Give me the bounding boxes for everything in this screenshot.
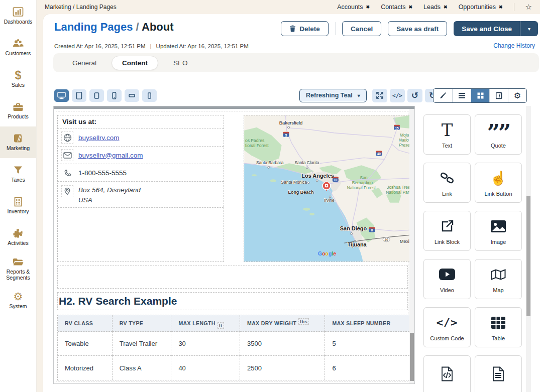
contact-phone-row[interactable]: 1-800-555-5555	[58, 164, 224, 182]
save-as-draft-button[interactable]: Save as draft	[388, 21, 447, 36]
table-cell[interactable]: Class A	[113, 356, 172, 380]
h2-heading-block[interactable]: H2. RV Search Example	[57, 292, 408, 310]
block-link-button[interactable]: ☝ Link Button	[475, 163, 522, 203]
canvas-scrollbar-thumb[interactable]	[410, 333, 414, 381]
close-icon[interactable]: ✖	[444, 5, 448, 10]
tab-seo[interactable]: SEO	[173, 59, 188, 67]
contact-address-row[interactable]: Box 564, DisneylandUSA	[58, 182, 224, 208]
rv-table-block[interactable]: RV CLASS RV TYPE MAX LENGTHft MAX DRY WE…	[57, 315, 410, 380]
table-header-cell[interactable]: RV TYPE	[113, 315, 172, 332]
map-pin-icon	[61, 185, 73, 197]
h2-text[interactable]: H2. RV Search Example	[58, 295, 177, 307]
close-icon[interactable]: ✖	[499, 5, 503, 10]
save-options-dropdown[interactable]: ▾	[520, 21, 538, 36]
block-file-code[interactable]	[423, 355, 471, 392]
block-video[interactable]: Video	[423, 259, 471, 299]
panel-scrollbar-thumb[interactable]	[526, 196, 530, 316]
website-link[interactable]: buysellrv.com	[78, 134, 120, 142]
table-cell[interactable]: 3500	[240, 332, 326, 356]
undo-icon[interactable]: ↺	[407, 89, 422, 102]
table-header-cell[interactable]: RV CLASS	[58, 315, 113, 332]
table-cell[interactable]: 6	[325, 356, 409, 380]
device-tablet-small-icon[interactable]	[89, 89, 104, 102]
table-header-cell[interactable]: MAX DRY WEIGHTlbs	[240, 315, 326, 332]
favorite-star-icon[interactable]: ☆	[525, 3, 532, 12]
table-cell[interactable]: Travel Trailer	[113, 332, 172, 356]
top-bar: Marketing / Landing Pages Accounts✖ Cont…	[37, 0, 540, 14]
sidebar-item-system[interactable]: ⚙ System	[0, 285, 36, 316]
google-map[interactable]: os Padres tional Forest San Bernardino N…	[244, 115, 409, 262]
layers-icon[interactable]	[452, 89, 471, 102]
table-cell[interactable]: Towable	[58, 332, 113, 356]
sidebar-item-label: Taxes	[11, 177, 25, 183]
sidebar-item-reports[interactable]: Reports & Segments	[0, 253, 36, 285]
map-block[interactable]: os Padres tional Forest San Bernardino N…	[244, 115, 410, 262]
tab-content[interactable]: Content	[112, 56, 158, 70]
pinned-tab-accounts[interactable]: Accounts✖	[337, 4, 370, 11]
change-history-link[interactable]: Change History	[493, 42, 535, 49]
contact-website-row[interactable]: buysellrv.com	[58, 129, 224, 147]
block-table[interactable]: Table	[475, 307, 522, 347]
phone-number[interactable]: 1-800-555-5555	[78, 169, 127, 177]
email-link[interactable]: buysellrv@gmail.com	[78, 152, 143, 159]
breadcrumb[interactable]: Marketing / Landing Pages	[45, 4, 117, 11]
chevron-down-icon: ▾	[528, 26, 530, 32]
contact-email-row[interactable]: buysellrv@gmail.com	[58, 147, 224, 164]
table-cell[interactable]: 30	[171, 332, 240, 356]
save-and-close-button[interactable]: Save and Close ▾	[454, 21, 538, 36]
trash-icon	[289, 25, 296, 32]
table-cell[interactable]: Motorized	[58, 356, 113, 380]
blocks-grid-icon[interactable]	[471, 89, 489, 102]
device-landscape-icon[interactable]	[125, 89, 139, 102]
close-icon[interactable]: ✖	[408, 5, 412, 10]
block-text[interactable]: T Text	[423, 114, 471, 155]
close-icon[interactable]: ✖	[366, 5, 370, 10]
block-image[interactable]: Image	[475, 211, 522, 251]
pinned-tab-leads[interactable]: Leads✖	[423, 4, 448, 11]
block-link-block[interactable]: Link Block	[423, 211, 471, 251]
sidebar-item-taxes[interactable]: Taxes	[0, 158, 36, 190]
settings-gear-icon[interactable]: ⚙	[508, 89, 526, 102]
sidebar-item-customers[interactable]: Customers	[0, 32, 36, 63]
sidebar-item-products[interactable]: Products	[0, 95, 36, 126]
table-cell[interactable]: 40	[171, 356, 240, 380]
entity-link[interactable]: Landing Pages	[54, 21, 133, 33]
block-link[interactable]: Link	[423, 163, 471, 203]
table-header-cell[interactable]: MAX SLEEP NUMBER	[325, 315, 409, 332]
fullscreen-icon[interactable]	[372, 89, 387, 102]
theme-selector[interactable]: Refreshing Teal ▾	[299, 89, 367, 102]
device-desktop-icon[interactable]	[54, 89, 69, 102]
table-header-cell[interactable]: MAX LENGTHft	[171, 315, 240, 332]
style-manager-brush-icon[interactable]	[434, 89, 452, 102]
tab-general[interactable]: General	[72, 59, 96, 67]
block-custom-code[interactable]: </> Custom Code	[423, 307, 471, 347]
block-map[interactable]: Map	[475, 259, 522, 299]
code-view-icon[interactable]: </>	[390, 89, 405, 102]
pinned-tab-contacts[interactable]: Contacts✖	[381, 4, 412, 11]
empty-content-block[interactable]	[57, 266, 408, 289]
pages-book-icon[interactable]	[489, 89, 508, 102]
cancel-button[interactable]: Cancel	[342, 21, 381, 36]
table-cell[interactable]: 5	[325, 332, 409, 356]
contact-block[interactable]: Visit us at: buysellrv.com buysellrv@gma…	[57, 115, 224, 262]
sidebar-item-inventory[interactable]: Inventory	[0, 190, 36, 221]
unit-badge[interactable]: ft	[218, 322, 224, 329]
sidebar-item-sales[interactable]: $ Sales	[0, 63, 36, 95]
contact-heading[interactable]: Visit us at:	[58, 115, 224, 129]
sidebar-item-label: Inventory	[7, 209, 29, 215]
block-file-text[interactable]	[475, 355, 522, 392]
device-phone-icon[interactable]	[107, 89, 122, 102]
table-cell[interactable]: 2500	[240, 356, 326, 380]
pinned-tab-opportunities[interactable]: Opportunities✖	[459, 4, 503, 11]
sidebar-item-dashboards[interactable]: Dashboards	[0, 0, 36, 32]
map-label: San	[360, 175, 368, 180]
address-text[interactable]: Box 564, DisneylandUSA	[78, 185, 141, 205]
block-quote[interactable]: ”” Quote	[475, 114, 522, 155]
unit-badge[interactable]: lbs	[298, 318, 309, 325]
delete-button[interactable]: Delete	[281, 21, 329, 36]
sidebar-item-activities[interactable]: Activities	[0, 221, 36, 253]
sidebar-item-marketing[interactable]: Marketing	[0, 126, 36, 158]
device-mobile-icon[interactable]	[142, 89, 157, 102]
device-tablet-icon[interactable]	[72, 89, 86, 102]
page-canvas[interactable]: Visit us at: buysellrv.com buysellrv@gma…	[53, 106, 415, 384]
